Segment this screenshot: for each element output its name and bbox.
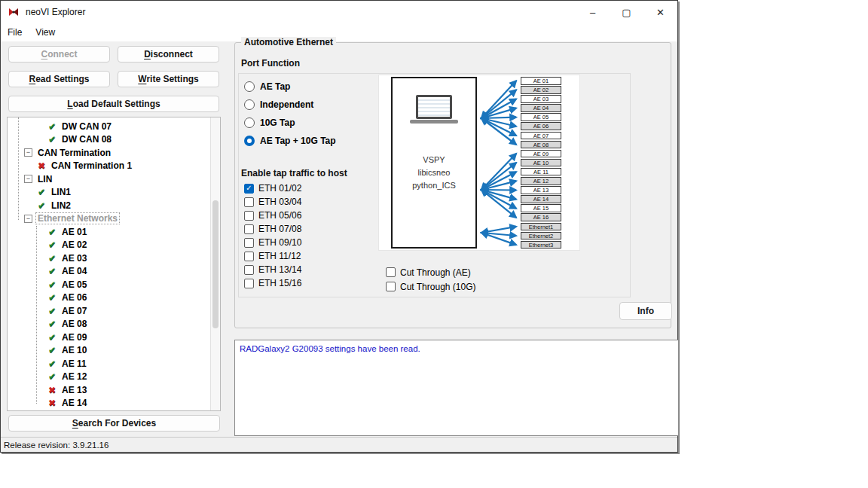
connect-button[interactable]: Connect [8, 46, 110, 63]
desktop: neoVI Explorer – ▢ ✕ File View Connect D… [0, 0, 868, 488]
tree-item-label: LIN1 [50, 187, 72, 197]
check-icon: ✔ [36, 200, 47, 211]
checkbox-icon [244, 252, 254, 261]
checkbox-label: ETH 09/10 [258, 237, 301, 248]
tree-item-label: AE 14 [60, 398, 88, 408]
checkbox-eth-03-04[interactable]: ETH 03/04 [244, 195, 301, 209]
close-icon[interactable]: ✕ [643, 1, 677, 23]
port-box-ae-04: AE 04 [521, 104, 561, 112]
checkbox-eth-01-02[interactable]: ETH 01/02 [244, 181, 301, 195]
check-icon: ✔ [47, 358, 57, 369]
tree-item-ae-03[interactable]: ✔AE 03 [8, 252, 210, 265]
checkbox-label: ETH 05/06 [258, 210, 301, 221]
tree-item-lin1[interactable]: ✔LIN1 [8, 186, 210, 200]
checkbox-label: ETH 01/02 [258, 183, 301, 194]
checkbox-icon [244, 279, 254, 288]
write-settings-button[interactable]: Write Settings [118, 71, 219, 87]
checkbox-eth-13-14[interactable]: ETH 13/14 [244, 263, 301, 276]
menu-bar: File View [1, 23, 677, 41]
tree-item-lin[interactable]: LIN [8, 172, 210, 186]
check-icon: ✔ [47, 134, 57, 145]
radio-ae-tap-10g-tap[interactable]: AE Tap + 10G Tap [244, 132, 336, 150]
tap-traffic-label: Enable tap traffic to host [241, 168, 347, 178]
tree-item-lin2[interactable]: ✔LIN2 [8, 199, 210, 212]
tree-scrollbar[interactable] [210, 117, 220, 410]
checkbox-icon [244, 211, 254, 221]
check-icon: ✔ [47, 266, 57, 276]
read-settings-button[interactable]: Read Settings [8, 71, 110, 87]
tree-item-dw-can-08[interactable]: ✔DW CAN 08 [8, 133, 210, 147]
menu-view[interactable]: View [29, 23, 62, 41]
message-log[interactable]: RADGalaxy2 G20093 settings have been rea… [234, 340, 679, 436]
tree-item-label: DW CAN 08 [60, 134, 113, 145]
tree-item-ae-05[interactable]: ✔AE 05 [8, 278, 210, 291]
automotive-ethernet-group: Automotive Ethernet Port Function AE Tap… [234, 42, 671, 328]
checkbox-eth-15-16[interactable]: ETH 15/16 [244, 276, 301, 290]
port-box-ae-16: AE 16 [521, 213, 561, 221]
expander-icon[interactable] [24, 215, 32, 223]
menu-file[interactable]: File [1, 23, 29, 41]
checkbox-cut-through-10g[interactable]: Cut Through (10G) [386, 279, 476, 294]
check-icon: ✔ [47, 227, 57, 237]
radio-icon [244, 117, 255, 128]
check-icon: ✔ [47, 279, 57, 290]
tree-item-ae-02[interactable]: ✔AE 02 [8, 239, 210, 252]
tree-item-ae-07[interactable]: ✔AE 07 [8, 304, 210, 318]
load-default-settings-button[interactable]: Load Default Settings [8, 96, 219, 112]
tree-item-ethernet-networks[interactable]: Ethernet Networks [8, 212, 210, 226]
checkbox-eth-07-08[interactable]: ETH 07/08 [244, 222, 301, 236]
status-message: RADGalaxy2 G20093 settings have been rea… [235, 340, 678, 357]
check-icon: ✔ [47, 371, 57, 382]
tree-item-ae-04[interactable]: ✔AE 04 [8, 265, 210, 279]
tree-item-label: Ethernet Networks [36, 213, 119, 224]
checkbox-eth-11-12[interactable]: ETH 11/12 [244, 249, 301, 263]
radio-icon [244, 136, 255, 146]
tree-item-can-termination-1[interactable]: ✖CAN Termination 1 [8, 160, 210, 173]
radio-10g-tap[interactable]: 10G Tap [244, 114, 336, 132]
tree-item-ae-10[interactable]: ✔AE 10 [8, 344, 210, 358]
check-icon: ✔ [47, 253, 57, 264]
device-tree[interactable]: ✔DW CAN 07✔DW CAN 08CAN Termination✖CAN … [7, 117, 221, 411]
tree-item-can-termination[interactable]: CAN Termination [8, 146, 210, 160]
checkbox-eth-05-06[interactable]: ETH 05/06 [244, 209, 301, 222]
tree-item-label: CAN Termination [36, 148, 112, 158]
info-button[interactable]: Info [619, 302, 672, 320]
port-box-ae-11: AE 11 [521, 168, 561, 176]
checkbox-cut-through-ae[interactable]: Cut Through (AE) [386, 265, 476, 279]
tree-item-dw-can-07[interactable]: ✔DW CAN 07 [8, 120, 210, 133]
maximize-icon[interactable]: ▢ [610, 1, 643, 23]
tree-item-ae-06[interactable]: ✔AE 06 [8, 291, 210, 305]
check-icon: ✔ [47, 306, 57, 316]
expander-icon[interactable] [24, 148, 32, 157]
minimize-icon[interactable]: – [576, 1, 610, 23]
tree-item-ae-14[interactable]: ✖AE 14 [8, 397, 210, 410]
tree-item-label: AE 09 [60, 332, 88, 343]
tree-item-ae-08[interactable]: ✔AE 08 [8, 318, 210, 331]
tree-item-ae-09[interactable]: ✔AE 09 [8, 331, 210, 344]
radio-independent[interactable]: Independent [244, 96, 336, 114]
tree-item-label: LIN [36, 174, 53, 185]
port-box-ethernet3: Ethernet3 [521, 241, 561, 249]
port-box-ae-13: AE 13 [521, 186, 561, 194]
checkbox-label: ETH 03/04 [258, 197, 301, 207]
expander-icon[interactable] [24, 175, 32, 183]
tree-scrollbar-thumb[interactable] [212, 200, 219, 328]
port-box-ae-10: AE 10 [521, 159, 561, 167]
disconnect-button[interactable]: Disconnect [118, 46, 219, 63]
search-for-devices-button[interactable]: Search For Devices [8, 415, 220, 432]
tree-item-ae-01[interactable]: ✔AE 01 [8, 225, 210, 239]
checkbox-icon [244, 238, 254, 248]
tree-item-ae-12[interactable]: ✔AE 12 [8, 371, 210, 384]
port-box-ae-09: AE 09 [521, 150, 561, 158]
window-title: neoVI Explorer [26, 7, 85, 17]
tree-item-ae-13[interactable]: ✖AE 13 [8, 383, 210, 397]
checkbox-eth-09-10[interactable]: ETH 09/10 [244, 236, 301, 249]
radio-ae-tap[interactable]: AE Tap [244, 78, 336, 96]
port-box-ae-08: AE 08 [521, 141, 561, 149]
tree-item-label: AE 11 [60, 358, 88, 369]
tree-item-label: AE 12 [60, 371, 88, 382]
checkbox-icon [244, 224, 254, 234]
tree-item-ae-11[interactable]: ✔AE 11 [8, 357, 210, 371]
port-box-ethernet2: Ethernet2 [521, 232, 561, 240]
laptop-icon [393, 95, 475, 124]
